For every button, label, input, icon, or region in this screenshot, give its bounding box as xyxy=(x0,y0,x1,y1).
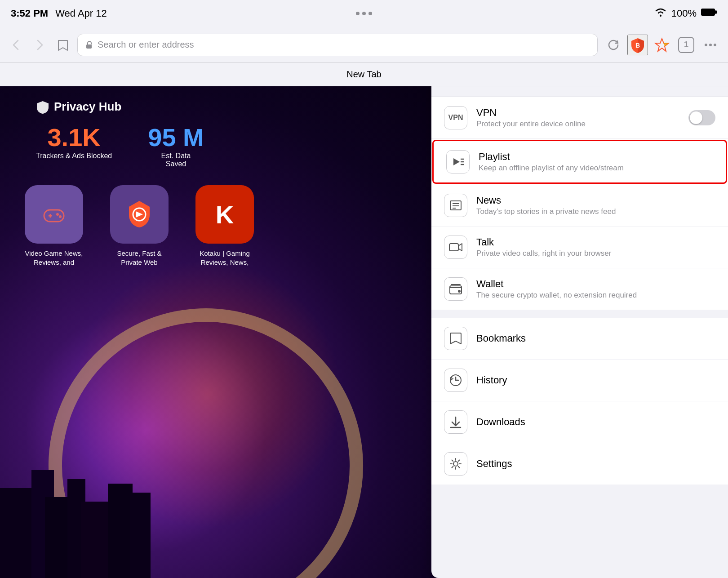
reload-button[interactable] xyxy=(603,35,624,55)
svg-rect-3 xyxy=(86,44,92,49)
dot3 xyxy=(368,12,372,15)
bookmark-label-2: Secure, Fast &Private Web xyxy=(103,249,175,267)
forward-button[interactable] xyxy=(31,36,49,54)
history-icon xyxy=(444,369,467,392)
bookmark-label-3: Kotaku | Gaming Reviews, News, xyxy=(189,249,261,267)
menu-item-wallet[interactable]: Wallet The secure crypto wallet, no exte… xyxy=(431,268,728,310)
bookmark-icon-3: K xyxy=(195,185,254,244)
svg-rect-15 xyxy=(108,484,133,578)
back-button[interactable] xyxy=(7,36,25,54)
svg-rect-2 xyxy=(715,10,717,14)
svg-rect-10 xyxy=(0,488,36,578)
news-icon xyxy=(444,194,467,217)
news-text: News Today's top stories in a private ne… xyxy=(476,195,715,216)
tab-bar: New Tab xyxy=(0,63,728,86)
vpn-subtitle: Protect your entire device online xyxy=(476,120,679,129)
vpn-icon: VPN xyxy=(444,106,467,129)
data-value: 95 M xyxy=(148,123,204,152)
playlist-text: Playlist Keep an offline playlist of any… xyxy=(479,151,713,173)
svg-rect-1 xyxy=(701,9,715,16)
vpn-text: VPN Protect your entire device online xyxy=(476,107,679,129)
talk-text: Talk Private video calls, right in your … xyxy=(476,236,715,258)
menu-item-playlist[interactable]: Playlist Keep an offline playlist of any… xyxy=(432,140,727,184)
svg-rect-31 xyxy=(449,244,458,251)
wallet-subtitle: The secure crypto wallet, no extension r… xyxy=(476,291,715,300)
svg-rect-16 xyxy=(130,493,151,578)
svg-text:B: B xyxy=(635,42,640,49)
data-label: Est. DataSaved xyxy=(148,152,204,168)
menu-item-settings[interactable]: Settings xyxy=(431,443,728,485)
playlist-icon xyxy=(446,150,470,173)
vpn-title: VPN xyxy=(476,107,679,119)
downloads-text: Downloads xyxy=(476,416,715,428)
lock-icon xyxy=(85,41,93,49)
general-section: Bookmarks History Downloads xyxy=(431,318,728,485)
battery-percent: 100% xyxy=(671,8,697,19)
active-tab-label: New Tab xyxy=(346,69,381,80)
bookmarks-icon xyxy=(444,327,467,350)
svg-marker-6 xyxy=(662,39,669,46)
dot2 xyxy=(362,12,366,15)
menu-item-vpn[interactable]: VPN VPN Protect your entire device onlin… xyxy=(431,97,728,139)
status-time: 3:52 PM xyxy=(11,8,48,19)
brave-features-section: VPN VPN Protect your entire device onlin… xyxy=(431,97,728,310)
menu-item-history[interactable]: History xyxy=(431,360,728,401)
svg-point-8 xyxy=(709,44,712,46)
address-bar: Search or enter address B 1 xyxy=(0,27,728,63)
menu-item-downloads[interactable]: Downloads xyxy=(431,401,728,443)
svg-rect-14 xyxy=(81,502,112,578)
search-placeholder: Search or enter address xyxy=(98,40,590,50)
vpn-toggle[interactable] xyxy=(688,110,715,125)
browser-content: Privacy Hub 3.1K Trackers & Ads Blocked … xyxy=(0,86,485,578)
brave-shield-button[interactable]: B xyxy=(627,35,648,55)
svg-marker-32 xyxy=(458,244,462,251)
data-stat: 95 M Est. DataSaved xyxy=(148,123,204,168)
bookmark-item-3[interactable]: K Kotaku | Gaming Reviews, News, xyxy=(189,185,261,267)
tab-count-button[interactable]: 1 xyxy=(676,35,697,55)
search-bar[interactable]: Search or enter address xyxy=(77,34,598,56)
status-right: 100% xyxy=(654,7,717,20)
trackers-stat: 3.1K Trackers & Ads Blocked xyxy=(36,123,112,168)
playlist-subtitle: Keep an offline playlist of any video/st… xyxy=(479,164,713,173)
talk-subtitle: Private video calls, right in your brows… xyxy=(476,249,715,258)
toolbar-right: B 1 xyxy=(603,35,721,55)
history-text: History xyxy=(476,374,715,386)
wallet-title: Wallet xyxy=(476,278,715,290)
bookmark-item-1[interactable]: Video Game News, Reviews, and xyxy=(18,185,90,267)
privacy-hub-title: Privacy Hub xyxy=(36,100,204,114)
menu-item-news[interactable]: News Today's top stories in a private ne… xyxy=(431,185,728,227)
bookmarks-menu-text: Bookmarks xyxy=(476,333,715,344)
talk-icon xyxy=(444,236,467,259)
downloads-title: Downloads xyxy=(476,416,715,428)
bookmark-icon-2 xyxy=(110,185,169,244)
menu-item-talk[interactable]: Talk Private video calls, right in your … xyxy=(431,227,728,268)
battery-icon xyxy=(701,8,717,19)
history-title: History xyxy=(476,374,715,386)
menu-item-bookmarks[interactable]: Bookmarks xyxy=(431,318,728,360)
background-image: Privacy Hub 3.1K Trackers & Ads Blocked … xyxy=(0,86,485,578)
svg-marker-23 xyxy=(453,158,460,165)
more-menu-button[interactable] xyxy=(700,35,721,55)
status-date: Wed Apr 12 xyxy=(55,8,107,19)
brave-rewards-button[interactable] xyxy=(652,35,672,55)
bookmarks-nav-button[interactable] xyxy=(54,36,72,54)
bookmark-item-2[interactable]: Secure, Fast &Private Web xyxy=(103,185,175,267)
bookmarks-menu-title: Bookmarks xyxy=(476,333,715,344)
dropdown-menu: Brave Features VPN VPN Protect your enti… xyxy=(431,63,728,578)
bookmark-label-1: Video Game News, Reviews, and xyxy=(18,249,90,267)
settings-text: Settings xyxy=(476,458,715,470)
tab-count: 1 xyxy=(678,37,694,53)
privacy-shield-icon xyxy=(36,100,49,114)
status-bar: 3:52 PM Wed Apr 12 100% xyxy=(0,0,728,27)
wallet-icon xyxy=(444,277,467,301)
section-divider xyxy=(431,310,728,318)
bookmark-icon-1 xyxy=(25,185,83,244)
bookmarks-row: Video Game News, Reviews, and Secure, Fa… xyxy=(18,185,261,267)
trackers-value: 3.1K xyxy=(36,123,112,152)
stats-row: 3.1K Trackers & Ads Blocked 95 M Est. Da… xyxy=(36,123,204,168)
svg-point-21 xyxy=(59,215,62,218)
news-title: News xyxy=(476,195,715,206)
svg-point-7 xyxy=(705,44,707,46)
city-silhouette xyxy=(0,443,485,578)
talk-title: Talk xyxy=(476,236,715,248)
